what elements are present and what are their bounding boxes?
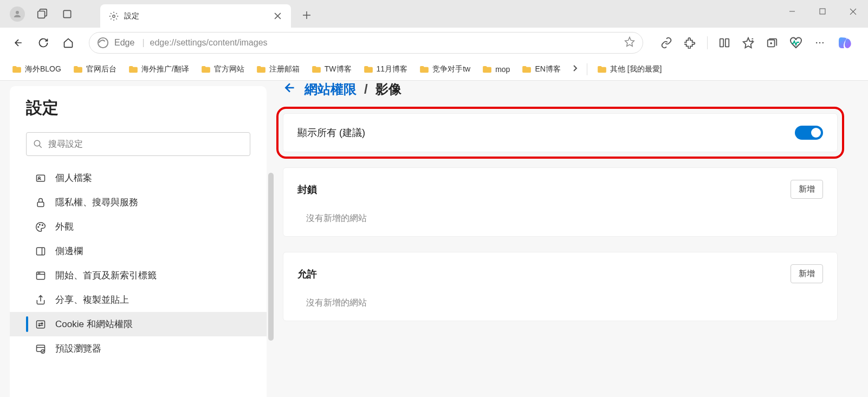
person-icon	[12, 9, 22, 19]
folder-icon	[419, 66, 429, 73]
folder-icon	[522, 66, 532, 73]
split-screen-button[interactable]	[717, 36, 731, 50]
profile-button[interactable]	[10, 6, 25, 22]
folder-icon	[256, 66, 266, 73]
sidebar-item-profile[interactable]: 個人檔案	[10, 166, 267, 190]
home-icon	[63, 37, 74, 48]
sidebar-title: 設定	[10, 97, 267, 132]
extensions-button[interactable]	[683, 36, 697, 50]
settings-search[interactable]	[26, 132, 250, 156]
svg-point-24	[41, 323, 43, 324]
svg-point-12	[34, 140, 40, 146]
svg-point-16	[38, 226, 39, 227]
id-icon	[35, 173, 46, 184]
svg-point-14	[38, 177, 40, 178]
favorites-button[interactable]	[741, 36, 755, 50]
palette-icon	[35, 222, 46, 232]
svg-point-0	[16, 11, 19, 14]
tab-title: 設定	[124, 11, 267, 21]
bookmark-item[interactable]: 注册邮箱	[252, 62, 304, 77]
bookmark-item[interactable]: EN博客	[517, 62, 565, 77]
bookmarks-bar: 海外BLOG 官网后台 海外推广/翻译 官方网站 注册邮箱 TW博客 11月博客…	[0, 58, 868, 81]
close-window-button[interactable]	[838, 0, 868, 23]
square-icon	[62, 9, 73, 19]
allow-add-button[interactable]: 新增	[791, 264, 823, 283]
block-card: 封鎖 新增 沒有新增的網站	[283, 167, 838, 237]
home-button[interactable]	[57, 32, 79, 54]
tab-close-button[interactable]	[273, 11, 282, 21]
link-icon	[660, 37, 672, 49]
svg-point-17	[40, 224, 41, 225]
bookmark-item[interactable]: 海外BLOG	[8, 62, 66, 77]
svg-rect-23	[37, 321, 45, 328]
address-bar[interactable]: Edge | edge://settings/content/images	[89, 32, 643, 54]
show-all-toggle[interactable]	[795, 126, 823, 140]
gear-icon	[109, 11, 119, 21]
titlebar: 設定	[0, 0, 868, 28]
bookmark-item[interactable]: 官网后台	[69, 62, 121, 77]
bookmark-item[interactable]: 竞争对手tw	[415, 62, 475, 77]
bookmark-item[interactable]: 官方网站	[197, 62, 249, 77]
search-icon	[33, 139, 43, 149]
split-icon	[718, 37, 730, 49]
star-lines-icon	[742, 37, 754, 49]
sidebar-item-appearance[interactable]: 外觀	[10, 214, 267, 239]
breadcrumb: 網站權限 / 影像	[283, 81, 838, 113]
minimize-button[interactable]	[777, 0, 807, 23]
lock-icon	[35, 197, 46, 208]
bookmark-item[interactable]: 海外推广/翻译	[124, 62, 193, 77]
svg-rect-6	[720, 39, 723, 47]
copilot-icon[interactable]	[837, 34, 854, 51]
folder-icon	[482, 66, 492, 73]
new-tab-button[interactable]	[298, 6, 315, 24]
bookmark-item[interactable]: TW博客	[307, 62, 356, 77]
collections-button[interactable]	[765, 36, 779, 50]
maximize-icon	[819, 8, 826, 15]
workspaces-icon	[36, 8, 48, 20]
workspaces-button[interactable]	[35, 6, 50, 22]
close-icon	[850, 8, 857, 15]
performance-button[interactable]	[789, 36, 803, 50]
favorite-button[interactable]	[624, 36, 635, 49]
url-text: edge://settings/content/images	[150, 38, 619, 48]
collections-icon	[766, 37, 778, 49]
arrow-left-icon	[283, 81, 297, 95]
bookmark-item[interactable]: mop	[478, 62, 514, 76]
bookmark-other[interactable]: 其他 [我的最愛]	[593, 62, 666, 77]
sidebar-item-cookies[interactable]: Cookie 和網站權限	[10, 312, 267, 336]
sidebar-item-default-browser[interactable]: 預設瀏覽器	[10, 336, 267, 361]
svg-rect-2	[63, 10, 70, 17]
breadcrumb-parent[interactable]: 網站權限	[305, 81, 357, 98]
refresh-icon	[38, 37, 49, 48]
sidebar-item-sidebar[interactable]: 側邊欄	[10, 239, 267, 263]
svg-point-22	[40, 273, 40, 274]
breadcrumb-current: 影像	[375, 81, 401, 98]
block-add-button[interactable]: 新增	[791, 180, 823, 199]
window-icon	[35, 270, 46, 281]
close-icon	[274, 12, 281, 19]
arrow-left-icon	[13, 37, 24, 48]
svg-point-21	[38, 273, 38, 274]
search-input[interactable]	[48, 139, 243, 149]
bookmark-item[interactable]: 11月博客	[359, 62, 412, 77]
toolbar: Edge | edge://settings/content/images	[0, 28, 868, 58]
svg-rect-19	[37, 248, 45, 255]
tab-actions-button[interactable]	[60, 6, 75, 22]
allow-title: 允許	[297, 268, 317, 281]
svg-point-9	[816, 42, 818, 44]
share-icon	[35, 295, 46, 305]
breadcrumb-back-button[interactable]	[283, 81, 297, 98]
maximize-button[interactable]	[807, 0, 838, 23]
link-button[interactable]	[659, 36, 673, 50]
more-button[interactable]	[813, 36, 827, 50]
back-button[interactable]	[8, 32, 29, 54]
bookmarks-overflow-button[interactable]	[568, 62, 581, 77]
refresh-button[interactable]	[33, 32, 54, 54]
browser-tab[interactable]: 設定	[100, 4, 291, 28]
sidebar-item-privacy[interactable]: 隱私權、搜尋與服務	[10, 190, 267, 214]
sidebar-item-start[interactable]: 開始、首頁及新索引標籤	[10, 263, 267, 288]
heart-pulse-icon	[789, 36, 802, 49]
scrollbar[interactable]	[268, 173, 274, 341]
sidebar-item-share[interactable]: 分享、複製並貼上	[10, 288, 267, 312]
svg-rect-15	[37, 202, 44, 206]
